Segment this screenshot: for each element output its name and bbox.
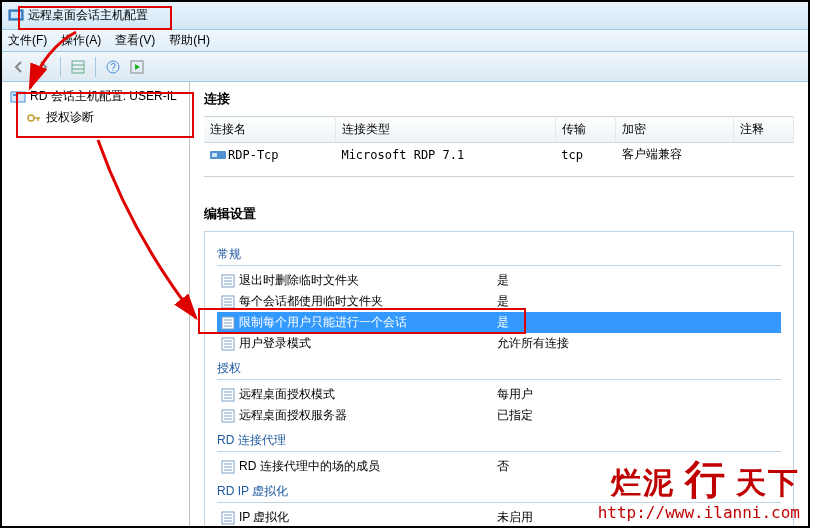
arrow-left-icon	[12, 60, 26, 74]
connection-row[interactable]: RDP-TcpMicrosoft RDP 7.1tcp客户端兼容	[204, 143, 794, 167]
col-comment[interactable]: 注释	[733, 117, 793, 143]
svg-rect-8	[11, 92, 25, 102]
window-titlebar: 远程桌面会话主机配置	[2, 2, 808, 30]
watermark-url: http://www.ilanni.com	[598, 503, 800, 522]
conn-transport: tcp	[555, 143, 615, 167]
play-button[interactable]	[126, 56, 148, 78]
svg-text:?: ?	[110, 62, 116, 73]
conn-encryption: 客户端兼容	[616, 143, 733, 167]
watermark-text-2: 行	[685, 457, 727, 502]
conn-name: RDP-Tcp	[228, 148, 279, 162]
col-encryption[interactable]: 加密	[616, 117, 733, 143]
tree-child-item[interactable]: 授权诊断	[6, 107, 185, 128]
tree-child-label: 授权诊断	[46, 109, 94, 126]
settings-group-header: 常规	[217, 246, 781, 266]
setting-row[interactable]: 远程桌面授权模式每用户	[217, 384, 781, 405]
setting-label: 限制每个用户只能进行一个会话	[239, 314, 407, 331]
menu-file[interactable]: 文件(F)	[8, 32, 47, 49]
col-name[interactable]: 连接名	[204, 117, 335, 143]
property-icon	[221, 316, 235, 330]
settings-group-header: 授权	[217, 360, 781, 380]
property-icon	[221, 409, 235, 423]
arrow-right-icon	[36, 60, 50, 74]
help-icon: ?	[106, 60, 120, 74]
setting-row[interactable]: 限制每个用户只能进行一个会话是	[217, 312, 781, 333]
svg-rect-2	[72, 61, 84, 73]
setting-value: 是	[497, 293, 781, 310]
property-icon	[221, 388, 235, 402]
connection-icon	[210, 149, 226, 161]
view-button[interactable]	[67, 56, 89, 78]
watermark-text-1: 烂泥	[611, 466, 675, 499]
server-icon	[10, 89, 26, 105]
connections-title: 连接	[204, 90, 794, 108]
divider	[204, 176, 794, 177]
key-icon	[26, 110, 42, 126]
settings-group-header: RD 连接代理	[217, 432, 781, 452]
play-icon	[130, 60, 144, 74]
setting-label: IP 虚拟化	[239, 509, 289, 526]
setting-row[interactable]: 用户登录模式允许所有连接	[217, 333, 781, 354]
connections-table: 连接名 连接类型 传输 加密 注释 RDP-TcpMicrosoft RDP 7…	[204, 116, 794, 166]
setting-row[interactable]: 每个会话都使用临时文件夹是	[217, 291, 781, 312]
col-type[interactable]: 连接类型	[335, 117, 555, 143]
toolbar-separator	[95, 57, 96, 77]
app-icon	[8, 8, 24, 24]
svg-point-10	[28, 115, 34, 121]
forward-button[interactable]	[32, 56, 54, 78]
menu-help[interactable]: 帮助(H)	[169, 32, 210, 49]
col-transport[interactable]: 传输	[555, 117, 615, 143]
setting-value: 已指定	[497, 407, 781, 424]
setting-value: 每用户	[497, 386, 781, 403]
setting-value: 是	[497, 314, 781, 331]
conn-type: Microsoft RDP 7.1	[335, 143, 555, 167]
setting-label: 远程桌面授权服务器	[239, 407, 347, 424]
watermark-text-3: 天下	[736, 466, 800, 499]
tree-root-label: RD 会话主机配置: USER-IL	[30, 88, 177, 105]
property-icon	[221, 511, 235, 525]
toolbar-separator	[60, 57, 61, 77]
tree-panel: RD 会话主机配置: USER-IL 授权诊断	[2, 82, 190, 526]
property-icon	[221, 274, 235, 288]
property-icon	[221, 295, 235, 309]
setting-value: 允许所有连接	[497, 335, 781, 352]
setting-label: 远程桌面授权模式	[239, 386, 335, 403]
setting-label: 用户登录模式	[239, 335, 311, 352]
setting-label: 每个会话都使用临时文件夹	[239, 293, 383, 310]
setting-value: 是	[497, 272, 781, 289]
svg-rect-1	[11, 12, 21, 18]
menu-view[interactable]: 查看(V)	[115, 32, 155, 49]
property-icon	[221, 460, 235, 474]
property-icon	[221, 337, 235, 351]
setting-label: 退出时删除临时文件夹	[239, 272, 359, 289]
svg-rect-14	[212, 153, 217, 157]
setting-label: RD 连接代理中的场的成员	[239, 458, 380, 475]
edit-settings-title: 编辑设置	[204, 205, 794, 223]
menubar: 文件(F) 操作(A) 查看(V) 帮助(H)	[2, 30, 808, 52]
grid-icon	[71, 60, 85, 74]
setting-row[interactable]: 退出时删除临时文件夹是	[217, 270, 781, 291]
conn-comment	[733, 143, 793, 167]
setting-row[interactable]: 远程桌面授权服务器已指定	[217, 405, 781, 426]
toolbar: ?	[2, 52, 808, 82]
menu-action[interactable]: 操作(A)	[61, 32, 101, 49]
help-button[interactable]: ?	[102, 56, 124, 78]
tree-root-item[interactable]: RD 会话主机配置: USER-IL	[6, 86, 185, 107]
back-button[interactable]	[8, 56, 30, 78]
svg-rect-9	[13, 94, 17, 96]
watermark: 烂泥 行 天下 http://www.ilanni.com	[598, 452, 800, 522]
window-title: 远程桌面会话主机配置	[28, 7, 148, 24]
